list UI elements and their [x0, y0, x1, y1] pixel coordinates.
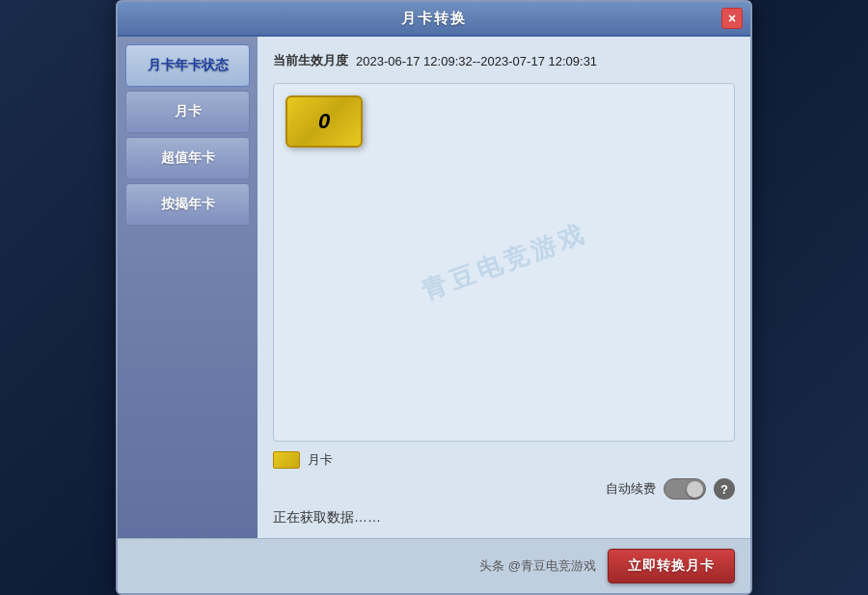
- dialog-titlebar: 月卡转换 ×: [118, 2, 750, 37]
- sidebar-item-monthly-card[interactable]: 月卡: [125, 91, 250, 133]
- dialog-title: 月卡转换: [401, 10, 467, 28]
- status-text: 正在获取数据……: [273, 509, 735, 527]
- toggle-knob: [687, 481, 703, 498]
- legend-row: 月卡: [273, 451, 735, 469]
- sidebar-item-press-annual-card[interactable]: 按揭年卡: [125, 183, 250, 226]
- legend-color-swatch: [273, 451, 300, 469]
- card-value: 0: [318, 109, 330, 134]
- validity-row: 当前生效月度 2023-06-17 12:09:32--2023-07-17 1…: [273, 48, 735, 73]
- month-card-item[interactable]: 0: [285, 95, 363, 148]
- footer-watermark-text: @青豆电竞游戏: [508, 558, 596, 573]
- dialog-footer: 头条 @青豆电竞游戏 立即转换月卡: [118, 538, 750, 593]
- footer-watermark: 头条 @青豆电竞游戏: [479, 557, 596, 575]
- legend-label: 月卡: [308, 451, 333, 469]
- validity-label: 当前生效月度: [273, 52, 348, 69]
- watermark: 青豆电竞游戏: [417, 217, 591, 308]
- validity-date: 2023-06-17 12:09:32--2023-07-17 12:09:31: [356, 54, 597, 68]
- sidebar: 月卡年卡状态 月卡 超值年卡 按揭年卡: [118, 37, 258, 538]
- dialog-window: 月卡转换 × 月卡年卡状态 月卡 超值年卡 按揭年卡 当前生效月度 2023-0…: [116, 0, 752, 595]
- close-button[interactable]: ×: [721, 8, 743, 29]
- main-content: 当前生效月度 2023-06-17 12:09:32--2023-07-17 1…: [258, 37, 750, 538]
- sidebar-item-super-annual-card[interactable]: 超值年卡: [125, 137, 250, 179]
- convert-button[interactable]: 立即转换月卡: [608, 549, 735, 583]
- auto-renew-row: 自动续费 ?: [273, 478, 735, 500]
- card-grid: 青豆电竞游戏 0: [273, 83, 735, 442]
- auto-renew-toggle[interactable]: [664, 478, 706, 500]
- help-button[interactable]: ?: [714, 478, 735, 500]
- platform-label: 头条: [479, 558, 504, 573]
- dialog-body: 月卡年卡状态 月卡 超值年卡 按揭年卡 当前生效月度 2023-06-17 12…: [118, 37, 750, 538]
- sidebar-item-monthly-annual-status[interactable]: 月卡年卡状态: [125, 44, 250, 87]
- auto-renew-label: 自动续费: [606, 480, 656, 498]
